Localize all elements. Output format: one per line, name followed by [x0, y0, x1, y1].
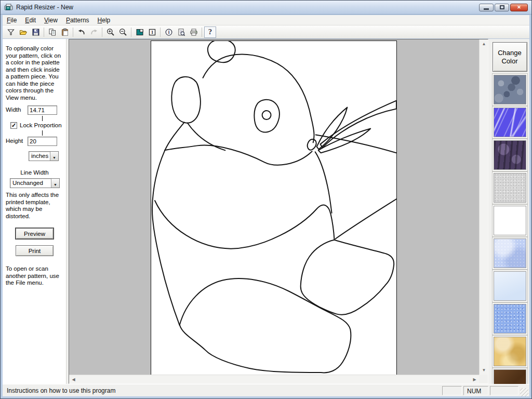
units-value: inches	[29, 152, 50, 161]
status-message: Instructions on how to use this program	[7, 387, 441, 394]
help-icon: ?	[208, 28, 212, 36]
arm-top-line[interactable]	[165, 145, 312, 165]
bamboo-leaf-long[interactable]	[321, 101, 396, 148]
statusbar: Instructions on how to use this program …	[3, 384, 529, 396]
menu-edit[interactable]: Edit	[21, 15, 40, 25]
info-icon: i	[165, 28, 173, 36]
body-back-line[interactable]	[152, 123, 184, 326]
resize-funnel-button[interactable]	[5, 26, 17, 38]
line-width-value: Unchanged	[10, 179, 51, 188]
bamboo-leaf-lower[interactable]	[318, 128, 371, 153]
color-blocks-button[interactable]	[134, 26, 145, 38]
swatch-pale-blue-glass[interactable]	[494, 271, 526, 301]
save-button[interactable]	[30, 26, 42, 38]
ear-top[interactable]	[208, 41, 235, 62]
neck-line[interactable]	[315, 152, 332, 213]
toolbar-separator	[160, 28, 161, 37]
pattern-canvas: ▲ ▼ ◀ ▶	[69, 39, 488, 384]
options-panel: To optionally color your pattern, click …	[3, 39, 66, 384]
snout[interactable]	[308, 139, 316, 150]
info-button[interactable]: i	[163, 26, 175, 38]
print-button[interactable]	[188, 26, 200, 38]
lock-proportion-checkbox[interactable]: ✓	[10, 122, 17, 129]
height-input[interactable]	[28, 137, 57, 146]
line-width-label: Line Width	[6, 169, 63, 177]
printer-icon	[190, 28, 198, 36]
ear-left[interactable]	[171, 77, 201, 123]
maximize-icon	[500, 5, 504, 9]
scroll-left-icon[interactable]: ◀	[69, 375, 78, 384]
body-right-upper-line[interactable]	[316, 135, 396, 153]
titlebar[interactable]: Rapid Resizer - New ✕	[1, 1, 531, 15]
intro-text: To optionally color your pattern, click …	[6, 45, 63, 101]
width-label: Width	[6, 107, 28, 114]
footer-text: To open or scan another pattern, use the…	[6, 265, 63, 287]
note-text: This only affects the printed template, …	[6, 192, 63, 220]
open-folder-icon	[19, 28, 28, 36]
undo-button[interactable]	[75, 26, 87, 38]
foot-bottom[interactable]	[180, 278, 351, 373]
glass-palette-panel: Change Color	[490, 39, 529, 384]
toolbar-separator	[131, 28, 131, 37]
swatch-slate-blue-glass[interactable]	[494, 75, 526, 104]
redo-arrow-icon	[90, 28, 98, 36]
swatch-white[interactable]	[494, 206, 526, 235]
swatch-cornflower-speckle-glass[interactable]	[494, 304, 526, 334]
swatch-purple-marble-glass[interactable]	[494, 140, 526, 170]
open-button[interactable]	[17, 26, 29, 38]
help-button[interactable]: ?	[204, 26, 216, 38]
undo-arrow-icon	[77, 28, 86, 36]
chevron-down-icon[interactable]: ▼	[50, 152, 58, 161]
line-width-dropdown[interactable]: Unchanged ▼	[10, 178, 60, 188]
scroll-right-icon[interactable]: ▶	[470, 375, 479, 384]
svg-text:1: 1	[151, 30, 153, 35]
change-color-button[interactable]: Change Color	[493, 42, 527, 72]
paste-clipboard-icon	[61, 28, 69, 36]
print-preview-button[interactable]	[175, 26, 187, 38]
maximize-button[interactable]	[495, 4, 509, 11]
chevron-down-icon[interactable]: ▼	[51, 179, 59, 188]
window-title: Rapid Resizer - New	[16, 4, 73, 11]
swatch-dark-brown-glass[interactable]	[494, 369, 526, 384]
copy-button[interactable]	[46, 26, 58, 38]
scrollbar-corner	[479, 375, 488, 383]
toolbar-separator	[102, 28, 102, 37]
scroll-up-icon[interactable]: ▲	[480, 39, 488, 48]
minimize-button[interactable]	[479, 4, 494, 11]
menu-file[interactable]: File	[3, 15, 21, 25]
app-window: Rapid Resizer - New ✕ File Edit View Pat…	[0, 0, 532, 399]
resize-grip[interactable]	[520, 388, 528, 396]
vertical-scrollbar[interactable]: ▲ ▼	[479, 39, 488, 375]
status-cell-empty-1	[442, 386, 462, 395]
menu-view[interactable]: View	[40, 15, 62, 25]
zoom-out-button[interactable]	[117, 26, 129, 38]
close-button[interactable]: ✕	[510, 4, 528, 11]
preview-button[interactable]: Preview	[16, 228, 54, 239]
panda-pattern-drawing[interactable]	[151, 41, 396, 375]
pattern-page[interactable]	[151, 41, 397, 375]
redo-button[interactable]	[88, 26, 100, 38]
zoom-in-button[interactable]	[104, 26, 116, 38]
width-input[interactable]	[28, 105, 57, 115]
minimize-icon	[484, 8, 489, 10]
body-right-lower-line[interactable]	[335, 199, 396, 239]
arm-bottom-line[interactable]	[155, 201, 335, 249]
eye[interactable]	[262, 111, 271, 119]
print-pattern-button[interactable]: Print	[16, 245, 54, 256]
paste-button[interactable]	[59, 26, 71, 38]
eye-patch[interactable]	[254, 100, 280, 132]
toolbar: 1 i ?	[3, 25, 529, 39]
menu-help[interactable]: Help	[94, 15, 115, 25]
menu-patterns[interactable]: Patterns	[62, 15, 94, 25]
actual-size-button[interactable]: 1	[146, 26, 158, 38]
swatch-violet-streak-glass[interactable]	[494, 108, 526, 137]
zoom-in-icon	[107, 28, 115, 36]
scroll-down-icon[interactable]: ▼	[480, 366, 488, 375]
swatch-gray-noise-glass[interactable]	[494, 173, 526, 203]
num-lock-indicator: NUM	[463, 386, 488, 395]
horizontal-scrollbar[interactable]: ◀ ▶	[69, 375, 479, 383]
units-dropdown[interactable]: inches ▼	[29, 151, 59, 161]
swatch-periwinkle-glass[interactable]	[494, 238, 526, 268]
swatch-gold-glass[interactable]	[494, 337, 526, 366]
leg-right[interactable]	[301, 240, 394, 315]
